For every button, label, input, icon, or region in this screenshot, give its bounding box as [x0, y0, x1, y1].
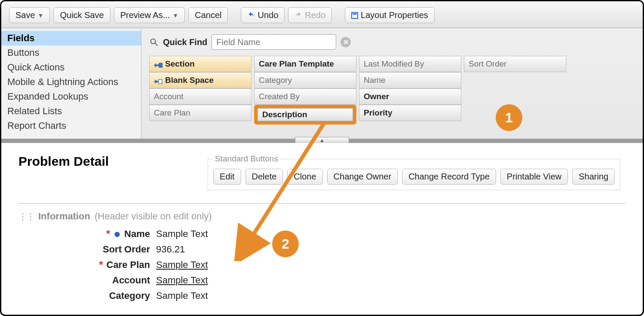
palette-sidebar: Fields Buttons Quick Actions Mobile & Li…	[1, 28, 141, 139]
change-owner-button[interactable]: Change Owner	[327, 169, 398, 185]
edit-button[interactable]: Edit	[213, 169, 241, 185]
layout-canvas: Problem Detail Standard Buttons Edit Del…	[1, 143, 643, 304]
field-value: Sample Text	[156, 259, 208, 270]
quick-find-input[interactable]	[212, 34, 336, 50]
field-row-sort-order[interactable]: Sort Order 936.21	[36, 242, 626, 257]
page-title: Problem Detail	[18, 154, 109, 169]
standard-buttons-group: Standard Buttons Edit Delete Clone Chang…	[208, 154, 620, 190]
svg-rect-5	[159, 79, 162, 84]
drag-handle-icon[interactable]: ⋮⋮	[18, 211, 34, 222]
field-value: Sample Text	[156, 290, 208, 301]
field-row-category[interactable]: Category Sample Text	[36, 288, 626, 304]
field-grid: Section Blank Space Account Care Plan Ca…	[149, 56, 635, 125]
palette-description[interactable]: Description	[258, 108, 353, 121]
palette-owner[interactable]: Owner	[359, 88, 461, 105]
sidebar-item-expanded-lookups[interactable]: Expanded Lookups	[1, 89, 141, 104]
palette-blank-space[interactable]: Blank Space	[149, 72, 251, 88]
quick-find-row: Quick Find ✕	[149, 34, 635, 50]
undo-label: Undo	[258, 10, 278, 20]
save-button[interactable]: Save ▼	[9, 7, 50, 23]
preview-as-button[interactable]: Preview As... ▼	[114, 7, 185, 23]
svg-line-3	[155, 43, 158, 46]
preview-as-label: Preview As...	[120, 10, 170, 20]
palette-care-plan-template[interactable]: Care Plan Template	[254, 56, 356, 72]
blank-space-icon	[154, 77, 163, 83]
save-label: Save	[15, 10, 35, 20]
standard-buttons-legend: Standard Buttons	[213, 154, 280, 164]
section-header[interactable]: ⋮⋮ Information (Header visible on edit o…	[18, 211, 626, 222]
palette-category[interactable]: Category	[254, 72, 356, 88]
layout-properties-button[interactable]: Layout Properties	[345, 7, 435, 23]
field-row-name[interactable]: * ● Name Sample Text	[36, 226, 626, 242]
quick-find-label: Quick Find	[163, 37, 207, 47]
toolbar: Save ▼ Quick Save Preview As... ▼ Cancel…	[1, 1, 643, 28]
layout-properties-label: Layout Properties	[361, 10, 428, 20]
divider	[18, 203, 626, 204]
sidebar-item-buttons[interactable]: Buttons	[1, 46, 141, 60]
palette-account[interactable]: Account	[149, 88, 251, 105]
section-title: Information	[38, 211, 90, 222]
caret-down-icon: ▼	[172, 12, 178, 19]
sharing-button[interactable]: Sharing	[572, 169, 615, 185]
palette-priority[interactable]: Priority	[359, 105, 461, 121]
palette-care-plan[interactable]: Care Plan	[149, 105, 251, 121]
sidebar-item-mobile-lightning-actions[interactable]: Mobile & Lightning Actions	[1, 75, 141, 89]
palette-main: Quick Find ✕ Section Blank Space Ac	[141, 28, 643, 139]
search-icon	[149, 37, 159, 47]
svg-rect-4	[159, 63, 163, 67]
required-asterisk-icon: *	[106, 228, 110, 240]
palette-sort-order[interactable]: Sort Order	[464, 56, 566, 72]
field-value: 936.21	[156, 244, 185, 255]
palette: Fields Buttons Quick Actions Mobile & Li…	[1, 28, 643, 143]
description-highlight: Description	[254, 105, 356, 125]
svg-point-2	[151, 39, 156, 44]
svg-rect-1	[353, 13, 357, 15]
quick-save-button[interactable]: Quick Save	[53, 7, 110, 23]
required-asterisk-icon: *	[99, 259, 103, 271]
palette-section[interactable]: Section	[149, 56, 251, 72]
caret-down-icon: ▼	[38, 12, 44, 19]
sidebar-item-quick-actions[interactable]: Quick Actions	[1, 60, 141, 75]
redo-icon	[294, 12, 302, 19]
cancel-button[interactable]: Cancel	[188, 7, 228, 23]
palette-created-by[interactable]: Created By	[254, 88, 356, 105]
annotation-badge-2: 2	[272, 231, 299, 257]
field-value: Sample Text	[156, 275, 208, 286]
clear-icon[interactable]: ✕	[340, 37, 351, 47]
delete-button[interactable]: Delete	[245, 169, 283, 185]
field-value: Sample Text	[156, 228, 208, 240]
layout-icon	[351, 12, 358, 19]
undo-icon	[247, 12, 255, 19]
redo-button[interactable]: Redo	[288, 7, 332, 23]
field-row-care-plan[interactable]: * Care Plan Sample Text	[36, 257, 626, 273]
sidebar-item-fields[interactable]: Fields	[1, 31, 141, 46]
info-table: * ● Name Sample Text Sort Order 936.21 *…	[36, 226, 626, 304]
field-row-account[interactable]: Account Sample Text	[36, 273, 626, 288]
printable-view-button[interactable]: Printable View	[500, 169, 568, 185]
palette-last-modified-by[interactable]: Last Modified By	[359, 56, 461, 72]
redo-label: Redo	[305, 10, 325, 20]
undo-button[interactable]: Undo	[241, 7, 285, 23]
palette-name[interactable]: Name	[359, 72, 461, 88]
change-record-type-button[interactable]: Change Record Type	[402, 169, 496, 185]
sidebar-item-report-charts[interactable]: Report Charts	[1, 118, 141, 133]
clone-button[interactable]: Clone	[287, 169, 322, 185]
collapse-handle[interactable]: ▲	[295, 137, 349, 143]
section-visibility-note: (Header visible on edit only)	[95, 211, 212, 222]
sidebar-item-related-lists[interactable]: Related Lists	[1, 104, 141, 118]
section-icon	[154, 61, 163, 67]
annotation-badge-1: 1	[496, 104, 522, 131]
